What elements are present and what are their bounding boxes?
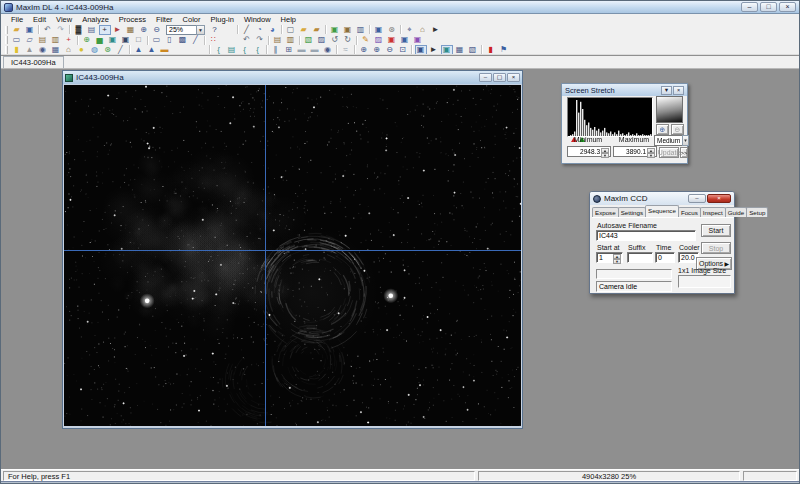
- paste-image-icon[interactable]: ▥: [285, 35, 297, 45]
- tab-sequence[interactable]: Sequence: [645, 205, 679, 217]
- redo-edit-icon[interactable]: ↷: [254, 35, 266, 45]
- rotate-left-icon[interactable]: ↺: [329, 35, 341, 45]
- chevron-down-icon[interactable]: ▼: [196, 25, 205, 35]
- copy-icon[interactable]: ▤: [37, 35, 49, 45]
- duplicate-window-icon[interactable]: ▭: [11, 35, 23, 45]
- minimum-input[interactable]: 2948.3 ▲▼: [567, 146, 611, 157]
- pixel-math-icon[interactable]: ▮: [11, 45, 23, 55]
- suffix-input[interactable]: [627, 252, 653, 263]
- sequence-window-icon[interactable]: ▥: [355, 25, 367, 35]
- rotate-right-icon[interactable]: ↻: [342, 35, 354, 45]
- cascade-icon[interactable]: ▩: [177, 35, 189, 45]
- menu-plugin[interactable]: Plug-in: [206, 15, 239, 24]
- spin-down-icon[interactable]: ▼: [601, 153, 609, 158]
- observatory-home-icon[interactable]: ⌂: [63, 45, 75, 55]
- crop-icon[interactable]: ▧: [303, 35, 315, 45]
- tab-expose[interactable]: Expose: [592, 207, 619, 217]
- restore-button[interactable]: ▢: [493, 73, 506, 82]
- open-folder-icon[interactable]: ▰: [298, 25, 310, 35]
- chevron-down-icon[interactable]: ▼: [682, 135, 688, 146]
- bar1-icon[interactable]: ▬: [296, 45, 308, 55]
- histogram-zoom-in-button[interactable]: ⊕: [656, 124, 669, 135]
- menu-window[interactable]: Window: [239, 15, 276, 24]
- sun-icon[interactable]: ●: [76, 45, 88, 55]
- bar2-icon[interactable]: ▬: [309, 45, 321, 55]
- menu-edit[interactable]: Edit: [28, 15, 51, 24]
- pattern-icon[interactable]: ▧: [467, 45, 479, 55]
- magnify-tool-icon[interactable]: ►: [112, 25, 124, 35]
- new-document-icon[interactable]: ▢: [285, 25, 297, 35]
- undo-edit-icon[interactable]: ↶: [241, 35, 253, 45]
- minimize-button[interactable]: –: [479, 73, 492, 82]
- zoom-out-icon[interactable]: ⊖: [151, 25, 163, 35]
- undo-icon[interactable]: ↶: [42, 25, 54, 35]
- copy-image-icon[interactable]: ▤: [272, 35, 284, 45]
- image-window-title-bar[interactable]: IC443-009Ha –▢×: [63, 71, 522, 84]
- minimize-button[interactable]: –: [741, 2, 758, 12]
- blank-frame-icon[interactable]: □: [133, 35, 145, 45]
- time-input[interactable]: 0: [655, 252, 675, 263]
- pan-tool-icon[interactable]: ▣: [415, 45, 427, 55]
- toolbox-icon[interactable]: ▦: [125, 25, 137, 35]
- spin-down-icon[interactable]: ▼: [647, 153, 655, 158]
- maximum-input[interactable]: 3890.1 ▲▼: [613, 146, 657, 157]
- menu-analyze[interactable]: Analyze: [77, 15, 114, 24]
- night-mode-icon[interactable]: ▣: [120, 35, 132, 45]
- line-profile-icon[interactable]: ╱: [190, 35, 202, 45]
- pin-icon[interactable]: ▼: [661, 86, 672, 95]
- menu-file[interactable]: File: [6, 15, 28, 24]
- zoom-in-alt-icon[interactable]: ⊕: [358, 45, 370, 55]
- color-wheel-icon[interactable]: ⊛: [102, 45, 114, 55]
- screen-stretch-icon[interactable]: ▓: [73, 25, 85, 35]
- menu-color[interactable]: Color: [178, 15, 206, 24]
- tile-horizontal-icon[interactable]: ▭: [151, 35, 163, 45]
- grid-dots-icon[interactable]: ∷: [208, 35, 220, 45]
- pencil-edit-icon[interactable]: ✎: [360, 35, 372, 45]
- close-icon[interactable]: ×: [673, 86, 684, 95]
- document-tab[interactable]: IC443-009Ha: [3, 56, 64, 68]
- minimize-button[interactable]: –: [688, 194, 706, 203]
- close-button[interactable]: ×: [779, 2, 796, 12]
- image-canvas[interactable]: [64, 85, 521, 426]
- flag-blue-icon[interactable]: ⚑: [498, 45, 510, 55]
- close-button[interactable]: ×: [707, 194, 731, 203]
- blue-plane-icon[interactable]: ▣: [399, 35, 411, 45]
- align-triangle2-icon[interactable]: ▲: [146, 45, 158, 55]
- maximize-button[interactable]: □: [760, 2, 777, 12]
- tab-setup[interactable]: Setup: [746, 207, 768, 217]
- group-list-icon[interactable]: ▤: [226, 45, 238, 55]
- wave-icon[interactable]: ≈: [340, 45, 352, 55]
- close-button[interactable]: ×: [507, 73, 520, 82]
- ccd-view-icon[interactable]: ◉: [37, 45, 49, 55]
- target-icon[interactable]: ◉: [322, 45, 334, 55]
- align-triangle1-icon[interactable]: ▲: [133, 45, 145, 55]
- expand-button[interactable]: >>: [680, 147, 688, 158]
- settings-gear-icon[interactable]: ⊛: [386, 25, 398, 35]
- stop-button[interactable]: Stop: [701, 242, 731, 254]
- save-icon[interactable]: ▣: [24, 25, 36, 35]
- tab-guide[interactable]: Guide: [725, 207, 748, 217]
- stop-red-icon[interactable]: ▮: [485, 45, 497, 55]
- group-brace2-icon[interactable]: {: [239, 45, 251, 55]
- menu-process[interactable]: Process: [114, 15, 151, 24]
- add-icon[interactable]: +: [63, 35, 75, 45]
- histogram-zoom-out-button[interactable]: ⊖: [671, 124, 684, 135]
- redo-icon[interactable]: ↷: [55, 25, 67, 35]
- observatory-icon[interactable]: ⌂: [417, 25, 429, 35]
- zoom-out-alt-icon[interactable]: ⊖: [384, 45, 396, 55]
- zoom-level-dropdown[interactable]: 25%▼: [166, 25, 205, 35]
- line-tool-icon[interactable]: ╱: [241, 25, 253, 35]
- planet-icon[interactable]: ◍: [89, 45, 101, 55]
- menu-help[interactable]: Help: [276, 15, 301, 24]
- align-bar-icon[interactable]: ▬: [159, 45, 171, 55]
- window-add-icon[interactable]: ⊞: [283, 45, 295, 55]
- cursor-tool-icon[interactable]: ►: [428, 45, 440, 55]
- start-at-input[interactable]: 1 ▲▼: [596, 252, 623, 263]
- run-user-icon[interactable]: ►: [430, 25, 442, 35]
- group-brace3-icon[interactable]: {: [252, 45, 264, 55]
- pin-point-icon[interactable]: ⊕: [81, 35, 93, 45]
- stretch-window-icon[interactable]: ▦: [454, 45, 466, 55]
- grid-icon[interactable]: ▦: [50, 45, 62, 55]
- color-combine-icon[interactable]: ▣: [412, 35, 424, 45]
- information-window-icon[interactable]: ▤: [86, 25, 98, 35]
